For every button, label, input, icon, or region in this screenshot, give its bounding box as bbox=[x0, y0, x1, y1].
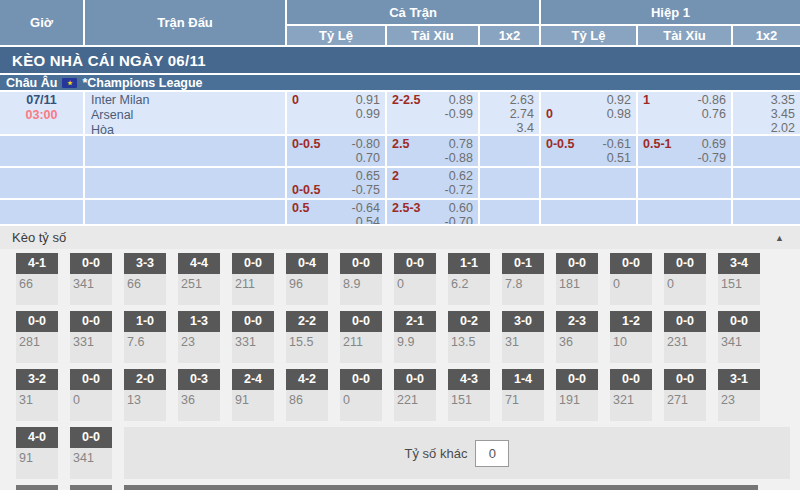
score-label: 1-3 bbox=[178, 311, 220, 332]
score-tile[interactable]: 0-0191 bbox=[556, 369, 598, 421]
score-tile[interactable]: 2-336 bbox=[556, 311, 598, 363]
score-tile[interactable]: 2-19.9 bbox=[394, 311, 436, 363]
ct-hdp-cell[interactable]: 0.5-0.640.54 bbox=[287, 200, 387, 224]
score-odds-value: 0 bbox=[340, 390, 382, 407]
h1-1x2-cell[interactable] bbox=[733, 136, 800, 166]
ct-ou-cell[interactable]: 20.62-0.72 bbox=[387, 168, 480, 198]
odds-line: 0.65 bbox=[292, 169, 380, 183]
score-label: 2-0 bbox=[124, 369, 166, 390]
score-tile[interactable]: 3-123 bbox=[718, 369, 760, 421]
collapse-icon[interactable]: ▲ bbox=[775, 233, 784, 243]
h1-1x2-cell[interactable] bbox=[733, 200, 800, 224]
ct-hdp-cell[interactable]: 0.650-0.5-0.75 bbox=[287, 168, 387, 198]
score-tile[interactable]: 3-4151 bbox=[718, 253, 760, 305]
header-odds-full: Tỷ Lệ bbox=[287, 26, 387, 45]
score-tile[interactable]: 0-213.5 bbox=[448, 311, 490, 363]
score-tile[interactable]: 0-0231 bbox=[664, 311, 706, 363]
h1-ou-cell[interactable]: 0.5-10.69-0.79 bbox=[638, 136, 733, 166]
score-tile[interactable]: 4-286 bbox=[286, 369, 328, 421]
score-odds-value: 7.6 bbox=[124, 332, 166, 349]
score-tile[interactable]: 2-491 bbox=[232, 369, 274, 421]
ct-ou-cell[interactable]: 2.5-30.60-0.70 bbox=[387, 200, 480, 224]
other-score-input[interactable]: 0 bbox=[475, 440, 509, 467]
score-tile[interactable]: 0-08.9 bbox=[340, 253, 382, 305]
score-tile[interactable]: 0-17.8 bbox=[502, 253, 544, 305]
ct-ou-cell[interactable]: 2-2.50.89-0.99 bbox=[387, 92, 480, 134]
score-odds-value: 341 bbox=[718, 332, 760, 349]
odds-line: 0.5-0.64 bbox=[292, 201, 380, 215]
score-odds-value: 331 bbox=[232, 332, 274, 349]
score-tile[interactable]: 4-4251 bbox=[178, 253, 220, 305]
h1-ou-cell[interactable] bbox=[638, 200, 733, 224]
score-tile[interactable]: 0-0181 bbox=[556, 253, 598, 305]
score-tile[interactable]: 1-210 bbox=[610, 311, 652, 363]
handicap-label: 0-0.5 bbox=[292, 137, 321, 151]
score-tile[interactable]: 2-215.5 bbox=[286, 311, 328, 363]
score-tile[interactable]: 4-091 bbox=[16, 427, 58, 479]
ct-1x2-cell[interactable] bbox=[480, 168, 541, 198]
score-odds-value: 15.5 bbox=[286, 332, 328, 349]
h1-1x2-cell[interactable]: 3.353.452.02 bbox=[733, 92, 800, 134]
score-odds-value: 341 bbox=[70, 274, 112, 291]
score-tile[interactable]: 1-16.2 bbox=[448, 253, 490, 305]
score-tile[interactable]: 0-00 bbox=[394, 253, 436, 305]
ct-1x2-cell[interactable] bbox=[480, 200, 541, 224]
header-1x2-half: 1x2 bbox=[733, 26, 800, 45]
score-tile[interactable]: 1-07.6 bbox=[124, 311, 166, 363]
score-tile[interactable]: 4-3151 bbox=[448, 369, 490, 421]
score-tile[interactable]: 0-00 bbox=[340, 369, 382, 421]
score-odds-value: 66 bbox=[16, 274, 58, 291]
league-row[interactable]: Châu Âu ★ *Champions League bbox=[0, 75, 800, 92]
odds-value: 0.76 bbox=[702, 107, 726, 121]
h1-1x2-cell[interactable] bbox=[733, 168, 800, 198]
ct-ou-cell[interactable]: 2.50.78-0.88 bbox=[387, 136, 480, 166]
ct-1x2-cell[interactable] bbox=[480, 136, 541, 166]
ct-hdp-cell[interactable]: 0-0.5-0.800.70 bbox=[287, 136, 387, 166]
ct-1x2-cell[interactable]: 2.632.743.4 bbox=[480, 92, 541, 134]
score-label: 0-0 bbox=[718, 311, 760, 332]
odds-value: 2.63 bbox=[510, 93, 534, 107]
score-tile[interactable]: 0-496 bbox=[286, 253, 328, 305]
score-tile[interactable]: 0-0321 bbox=[610, 369, 652, 421]
score-tile[interactable]: 1-323 bbox=[178, 311, 220, 363]
h1-ou-cell[interactable]: 1-0.860.76 bbox=[638, 92, 733, 134]
header-overunder-half: Tài Xỉu bbox=[638, 26, 733, 45]
score-tile[interactable]: 3-031 bbox=[502, 311, 544, 363]
odds-value: 0.69 bbox=[702, 137, 726, 151]
h1-hdp-cell[interactable] bbox=[541, 200, 638, 224]
h1-ou-cell[interactable] bbox=[638, 168, 733, 198]
score-tile[interactable]: 0-0331 bbox=[232, 311, 274, 363]
score-label: 0-0 bbox=[340, 253, 382, 274]
score-tile[interactable]: 0-0331 bbox=[70, 311, 112, 363]
date-banner: KÈO NHÀ CÁI NGÀY 06/11 bbox=[0, 45, 800, 75]
score-row-partial bbox=[16, 485, 800, 490]
score-tile[interactable]: 0-0211 bbox=[340, 311, 382, 363]
score-tile[interactable]: 3-231 bbox=[16, 369, 58, 421]
score-tile[interactable]: 0-336 bbox=[178, 369, 220, 421]
score-tile[interactable]: 0-0341 bbox=[718, 311, 760, 363]
score-tile[interactable]: 0-00 bbox=[70, 369, 112, 421]
score-tile[interactable]: 0-0341 bbox=[70, 427, 112, 479]
score-label: 3-1 bbox=[718, 369, 760, 390]
h1-hdp-cell[interactable]: 0.9200.98 bbox=[541, 92, 638, 134]
score-tile[interactable]: 0-00 bbox=[610, 253, 652, 305]
score-tile[interactable]: 2-013 bbox=[124, 369, 166, 421]
odds-value: -0.64 bbox=[352, 201, 381, 215]
h1-hdp-cell[interactable] bbox=[541, 168, 638, 198]
score-tile[interactable]: 0-00 bbox=[664, 253, 706, 305]
score-label: 0-0 bbox=[70, 369, 112, 390]
h1-hdp-cell[interactable]: 0-0.5-0.610.51 bbox=[541, 136, 638, 166]
time-cell: 07/1103:00 bbox=[0, 92, 85, 134]
score-tile[interactable]: 3-366 bbox=[124, 253, 166, 305]
score-tile[interactable]: 1-471 bbox=[502, 369, 544, 421]
score-tile[interactable]: 0-0271 bbox=[664, 369, 706, 421]
score-tile[interactable]: 0-0221 bbox=[394, 369, 436, 421]
score-tile[interactable]: 0-0281 bbox=[16, 311, 58, 363]
ct-hdp-cell[interactable]: 00.910.99 bbox=[287, 92, 387, 134]
score-section-header[interactable]: Kèo tỷ số ▲ bbox=[0, 226, 800, 249]
score-tile[interactable]: 0-0341 bbox=[70, 253, 112, 305]
score-tile[interactable]: 0-0211 bbox=[232, 253, 274, 305]
score-odds-value: 221 bbox=[394, 390, 436, 407]
odds-line: 0-0.5-0.61 bbox=[546, 137, 631, 151]
score-tile[interactable]: 4-166 bbox=[16, 253, 58, 305]
